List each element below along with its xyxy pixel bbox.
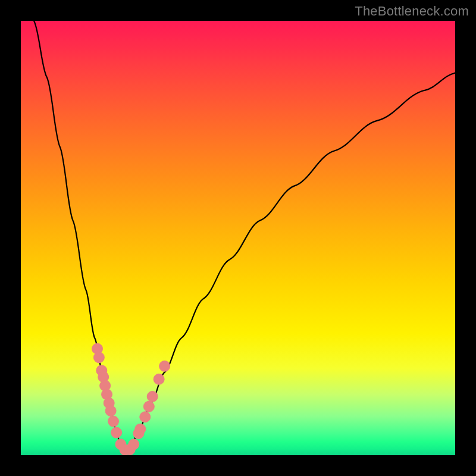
scatter-dot (143, 401, 154, 412)
scatter-dot (108, 416, 118, 427)
watermark-text: TheBottleneck.com (355, 4, 469, 19)
scatter-group (92, 343, 170, 455)
bottleneck-curve-left (34, 21, 125, 453)
scatter-dot (93, 352, 104, 363)
scatter-dot (111, 427, 122, 438)
outer-frame: TheBottleneck.com (0, 0, 476, 476)
scatter-dot (105, 406, 116, 416)
scatter-dot (159, 361, 170, 371)
scatter-dot (129, 439, 139, 450)
scatter-dot (147, 391, 158, 402)
bottleneck-curve-right (125, 73, 455, 453)
scatter-dot (154, 374, 164, 384)
plot-area (21, 21, 455, 455)
scatter-dot (135, 424, 146, 434)
chart-svg (21, 21, 455, 455)
curve-group (34, 21, 455, 453)
scatter-dot (140, 412, 151, 422)
